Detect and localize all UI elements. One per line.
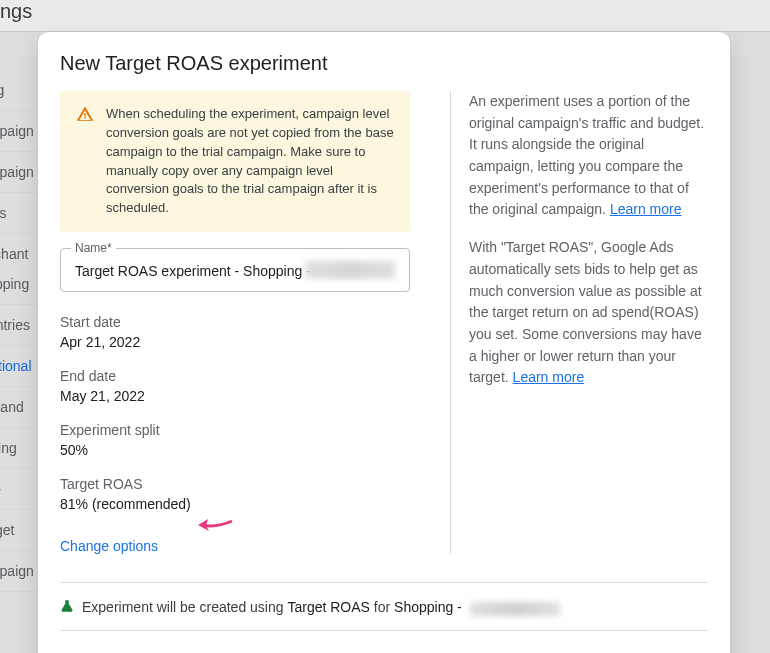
split-label: Experiment split	[60, 422, 410, 438]
warning-icon	[76, 105, 94, 218]
learn-more-link[interactable]: Learn more	[610, 201, 682, 217]
footer-info: Experiment will be created using Target …	[60, 599, 708, 616]
redacted-text	[305, 261, 395, 279]
annotation-arrow-icon	[196, 516, 234, 534]
experiment-dialog: New Target ROAS experiment When scheduli…	[38, 32, 730, 653]
learn-more-link[interactable]: Learn more	[513, 369, 585, 385]
info-panel: An experiment uses a portion of the orig…	[450, 91, 708, 554]
info-p1: An experiment uses a portion of the orig…	[469, 93, 704, 217]
footer-mid: for	[370, 599, 394, 615]
end-date-label: End date	[60, 368, 410, 384]
dialog-title: New Target ROAS experiment	[60, 52, 708, 75]
roas-value: 81% (recommended)	[60, 496, 410, 512]
warning-text: When scheduling the experiment, campaign…	[106, 105, 394, 218]
warning-box: When scheduling the experiment, campaign…	[60, 91, 410, 232]
redacted-text	[470, 602, 560, 616]
experiment-icon	[60, 599, 74, 616]
info-p2: With "Target ROAS", Google Ads automatic…	[469, 239, 702, 385]
start-date-label: Start date	[60, 314, 410, 330]
footer-prefix: Experiment will be created using	[82, 599, 287, 615]
change-options-link[interactable]: Change options	[60, 538, 158, 554]
roas-label: Target ROAS	[60, 476, 410, 492]
name-field[interactable]: Name*	[60, 248, 410, 292]
start-date-value: Apr 21, 2022	[60, 334, 410, 350]
end-date-value: May 21, 2022	[60, 388, 410, 404]
name-label: Name*	[71, 241, 116, 255]
footer-strategy: Target ROAS	[287, 599, 369, 615]
split-value: 50%	[60, 442, 410, 458]
footer-campaign: Shopping -	[394, 599, 466, 615]
